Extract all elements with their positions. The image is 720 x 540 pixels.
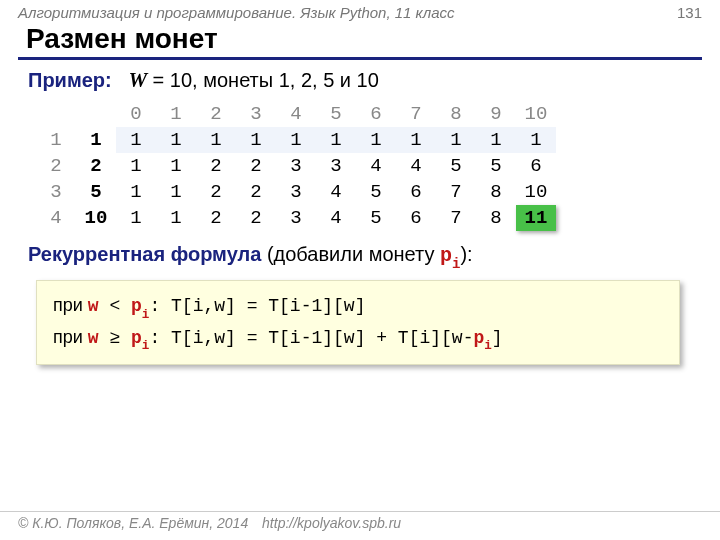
formula-line-2: при w ≥ pi: T[i,w] = T[i-1][w] + T[i][w-… xyxy=(53,323,663,355)
footer-copyright: © К.Ю. Поляков, Е.А. Ерёмин, 2014 xyxy=(18,515,248,531)
example-w: W xyxy=(128,68,147,92)
formula-box: при w < pi: T[i,w] = T[i-1][w] при w ≥ p… xyxy=(36,280,680,365)
page-title: Размен монет xyxy=(26,23,702,55)
top-bar: Алгоритмизация и программирование. Язык … xyxy=(0,0,720,23)
content: Пример: W = 10, монеты 1, 2, 5 и 10 0 1 … xyxy=(28,68,692,365)
dp-header-row: 0 1 2 3 4 5 6 7 8 9 10 xyxy=(36,101,556,127)
dp-table: 0 1 2 3 4 5 6 7 8 9 10 1 1 11111111111 2… xyxy=(36,101,556,231)
coin-symbol: pi xyxy=(440,244,460,267)
dp-row: 1 1 11111111111 xyxy=(36,127,556,153)
footer: © К.Ю. Поляков, Е.А. Ерёмин, 2014 http:/… xyxy=(0,511,720,534)
title-rule xyxy=(18,57,702,60)
dp-row: 3 5 112234567810 xyxy=(36,179,556,205)
footer-link[interactable]: http://kpolyakov.spb.ru xyxy=(262,515,401,531)
example-text: = 10, монеты 1, 2, 5 и 10 xyxy=(147,69,379,91)
recurrence-line: Рекуррентная формула (добавили монету pi… xyxy=(28,243,692,270)
dp-row: 4 10 112234567811 xyxy=(36,205,556,231)
breadcrumb: Алгоритмизация и программирование. Язык … xyxy=(18,4,455,21)
example-label: Пример: xyxy=(28,69,112,91)
recurrence-label: Рекуррентная формула xyxy=(28,243,261,265)
page-number: 131 xyxy=(677,4,702,21)
dp-row: 2 2 11223344556 xyxy=(36,153,556,179)
example-line: Пример: W = 10, монеты 1, 2, 5 и 10 xyxy=(28,68,692,93)
formula-line-1: при w < pi: T[i,w] = T[i-1][w] xyxy=(53,291,663,323)
